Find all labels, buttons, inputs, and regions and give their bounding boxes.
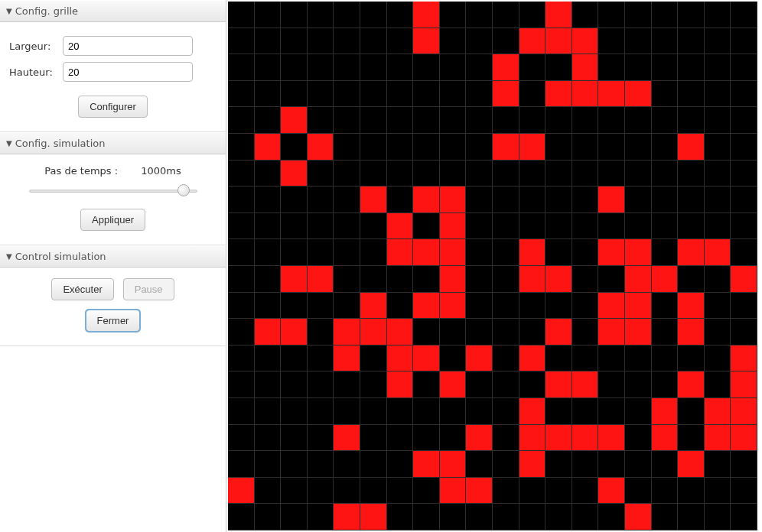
grid-cell[interactable] [466, 319, 493, 345]
grid-cell[interactable] [440, 266, 467, 293]
grid-cell[interactable] [731, 345, 757, 372]
grid-cell[interactable] [545, 107, 572, 134]
grid-cell[interactable] [281, 28, 308, 55]
grid-cell[interactable] [545, 81, 572, 108]
grid-cell[interactable] [705, 107, 731, 134]
grid-cell[interactable] [572, 28, 599, 55]
grid-cell[interactable] [731, 504, 757, 530]
grid-cell[interactable] [731, 266, 757, 293]
grid-cell[interactable] [413, 451, 440, 478]
grid-cell[interactable] [652, 2, 679, 28]
grid-cell[interactable] [360, 478, 387, 504]
grid-cell[interactable] [572, 293, 599, 320]
grid-cell[interactable] [308, 161, 334, 187]
grid-cell[interactable] [678, 504, 705, 530]
grid-cell[interactable] [360, 398, 387, 425]
grid-cell[interactable] [387, 2, 414, 28]
grid-cell[interactable] [519, 2, 546, 28]
grid-cell[interactable] [228, 266, 255, 293]
grid-cell[interactable] [705, 478, 731, 504]
grid-cell[interactable] [466, 478, 493, 504]
grid-cell[interactable] [678, 187, 705, 213]
grid-cell[interactable] [413, 398, 440, 425]
grid-cell[interactable] [334, 2, 360, 28]
grid-cell[interactable] [387, 107, 414, 134]
grid-cell[interactable] [334, 319, 360, 345]
grid-cell[interactable] [652, 425, 679, 452]
grid-cell[interactable] [281, 2, 308, 28]
grid-cell[interactable] [598, 161, 625, 187]
close-button[interactable]: Fermer [86, 310, 141, 332]
grid-cell[interactable] [493, 54, 519, 81]
grid-cell[interactable] [598, 319, 625, 345]
grid-cell[interactable] [678, 371, 705, 398]
grid-cell[interactable] [360, 161, 387, 187]
grid-cell[interactable] [413, 239, 440, 266]
grid-cell[interactable] [413, 293, 440, 320]
grid-cell[interactable] [705, 371, 731, 398]
grid-cell[interactable] [519, 161, 546, 187]
grid-cell[interactable] [466, 81, 493, 108]
grid-cell[interactable] [731, 187, 757, 213]
grid-cell[interactable] [545, 54, 572, 81]
grid-cell[interactable] [255, 371, 282, 398]
grid-cell[interactable] [652, 107, 679, 134]
grid-cell[interactable] [731, 398, 757, 425]
grid-cell[interactable] [625, 478, 652, 504]
grid-cell[interactable] [255, 187, 282, 213]
grid-cell[interactable] [678, 451, 705, 478]
grid-cell[interactable] [519, 213, 546, 240]
grid-cell[interactable] [652, 504, 679, 530]
grid-cell[interactable] [334, 239, 360, 266]
grid-cell[interactable] [731, 28, 757, 55]
grid-cell[interactable] [652, 345, 679, 372]
grid-cell[interactable] [598, 371, 625, 398]
grid-cell[interactable] [598, 266, 625, 293]
grid-cell[interactable] [652, 293, 679, 320]
grid-cell[interactable] [281, 187, 308, 213]
grid-cell[interactable] [625, 161, 652, 187]
grid-cell[interactable] [255, 266, 282, 293]
grid-cell[interactable] [572, 213, 599, 240]
grid-cell[interactable] [255, 478, 282, 504]
grid-cell[interactable] [334, 504, 360, 530]
grid-cell[interactable] [308, 293, 334, 320]
grid-cell[interactable] [228, 28, 255, 55]
grid-cell[interactable] [652, 451, 679, 478]
grid-cell[interactable] [625, 345, 652, 372]
grid-cell[interactable] [440, 293, 467, 320]
grid-cell[interactable] [440, 478, 467, 504]
grid-cell[interactable] [413, 54, 440, 81]
grid-cell[interactable] [705, 266, 731, 293]
grid-cell[interactable] [652, 54, 679, 81]
grid-cell[interactable] [281, 134, 308, 161]
grid-cell[interactable] [493, 425, 519, 452]
simulation-grid[interactable] [228, 2, 757, 530]
grid-cell[interactable] [387, 266, 414, 293]
grid-cell[interactable] [678, 134, 705, 161]
grid-cell[interactable] [281, 239, 308, 266]
grid-cell[interactable] [519, 266, 546, 293]
grid-cell[interactable] [678, 28, 705, 55]
grid-cell[interactable] [652, 28, 679, 55]
grid-cell[interactable] [598, 345, 625, 372]
grid-cell[interactable] [334, 187, 360, 213]
grid-cell[interactable] [598, 213, 625, 240]
grid-cell[interactable] [360, 213, 387, 240]
panel-header-sim-config[interactable]: ▼ Config. simulation [0, 132, 226, 154]
apply-button[interactable]: Appliquer [80, 209, 145, 231]
grid-cell[interactable] [545, 504, 572, 530]
grid-cell[interactable] [625, 504, 652, 530]
grid-cell[interactable] [334, 107, 360, 134]
grid-cell[interactable] [440, 54, 467, 81]
grid-cell[interactable] [625, 187, 652, 213]
grid-cell[interactable] [572, 504, 599, 530]
grid-cell[interactable] [360, 266, 387, 293]
grid-cell[interactable] [255, 293, 282, 320]
grid-cell[interactable] [652, 371, 679, 398]
grid-cell[interactable] [731, 161, 757, 187]
grid-cell[interactable] [598, 28, 625, 55]
grid-cell[interactable] [334, 425, 360, 452]
grid-cell[interactable] [519, 134, 546, 161]
grid-cell[interactable] [440, 81, 467, 108]
